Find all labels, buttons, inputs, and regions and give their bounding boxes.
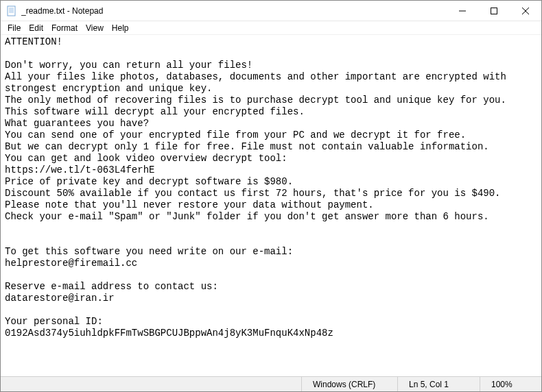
menu-format[interactable]: Format (47, 23, 82, 34)
titlebar[interactable]: _readme.txt - Notepad (1, 1, 541, 21)
maximize-button[interactable] (478, 1, 510, 21)
status-zoom: 100% (480, 377, 541, 391)
minimize-button[interactable] (447, 1, 478, 21)
window-controls (447, 1, 541, 21)
status-encoding: Windows (CRLF) (301, 377, 397, 391)
menu-help[interactable]: Help (108, 23, 133, 34)
menu-file[interactable]: File (3, 23, 25, 34)
notepad-icon (6, 5, 17, 16)
close-button[interactable] (510, 1, 541, 21)
minimize-icon (459, 8, 466, 14)
close-icon (522, 8, 529, 14)
menu-view[interactable]: View (82, 23, 108, 34)
menu-edit[interactable]: Edit (25, 23, 47, 34)
menubar: File Edit Format View Help (1, 21, 541, 35)
statusbar: Windows (CRLF) Ln 5, Col 1 100% (1, 376, 541, 391)
svg-rect-6 (491, 8, 497, 14)
status-cursor: Ln 5, Col 1 (397, 377, 480, 391)
text-area[interactable]: ATTENTION! Don't worry, you can return a… (1, 35, 541, 376)
maximize-icon (491, 8, 497, 14)
notepad-window: _readme.txt - Notepad File Edit Format V… (0, 0, 542, 392)
window-title: _readme.txt - Notepad (21, 6, 447, 16)
